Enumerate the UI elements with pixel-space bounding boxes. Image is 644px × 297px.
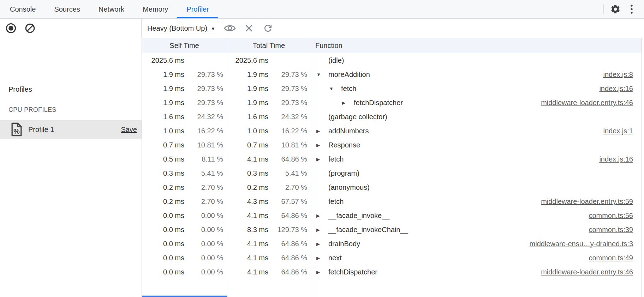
table-row[interactable]: 1.9 ms29.73 %1.9 ms29.73 %▼fetchindex.js… [142,81,642,96]
table-row[interactable]: 0.0 ms0.00 %4.1 ms64.86 %▶drainBodymiddl… [142,237,642,251]
save-profile-link[interactable]: Save [121,126,137,134]
table-row[interactable]: 0.0 ms0.00 %4.1 ms64.86 %▶nextcommon.ts:… [142,251,642,265]
record-icon [5,23,17,34]
source-link[interactable]: index.js:8 [603,71,642,79]
refresh-icon [263,23,273,34]
function-cell: ▶fetchindex.js:16 [311,152,642,166]
total-time-cell: 1.9 ms29.73 % [227,81,311,96]
table-row[interactable]: 0.2 ms2.70 %0.2 ms2.70 %(anonymous) [142,180,642,194]
table-row[interactable]: 0.0 ms0.00 %4.1 ms64.86 %▶fetchDispatche… [142,265,642,279]
function-cell: (anonymous) [311,180,642,194]
table-row[interactable]: 1.9 ms29.73 %1.9 ms29.73 %▼moreAdditioni… [142,67,642,81]
expander-closed-icon[interactable]: ▶ [341,100,354,105]
expander-closed-icon[interactable]: ▶ [315,128,328,134]
total-time-percent: 29.73 % [268,85,311,93]
close-icon [244,24,254,33]
function-name: __facade_invokeChain__ [328,226,408,234]
expander-closed-icon[interactable]: ▶ [315,255,328,261]
tab-profiler[interactable]: Profiler [177,0,218,18]
total-time-percent: 5.41 % [268,169,311,177]
source-link[interactable]: middleware-ensu…y-drained.ts:3 [530,240,642,248]
function-cell: ▼fetchindex.js:16 [311,81,642,96]
focus-function-button[interactable] [222,20,238,36]
chevron-down-icon: ▼ [211,25,215,31]
restore-functions-button[interactable] [260,20,276,36]
exclude-function-button[interactable] [241,20,257,36]
function-name: next [328,254,342,262]
total-time-percent: 29.73 % [268,71,311,79]
table-row[interactable]: 0.0 ms0.00 %8.3 ms129.73 %▶__facade_invo… [142,223,642,237]
expander-open-icon[interactable]: ▼ [328,86,341,91]
source-link[interactable]: index.js:16 [599,85,642,93]
column-header-function[interactable]: Function [311,38,642,53]
table-row[interactable]: 0.5 ms8.11 %4.1 ms64.86 %▶fetchindex.js:… [142,152,642,166]
function-name: (anonymous) [328,183,370,192]
self-time-percent: 16.22 % [184,127,227,135]
expander-closed-icon[interactable]: ▶ [315,269,328,275]
self-time-cell: 0.3 ms5.41 % [142,166,227,180]
table-row[interactable]: 2025.6 ms2025.6 ms(idle) [142,53,642,67]
function-name: (garbage collector) [328,113,387,121]
tab-sources[interactable]: Sources [45,0,89,18]
self-time-cell: 0.2 ms2.70 % [142,194,227,208]
self-time-ms: 0.5 ms [142,155,184,163]
total-time-ms: 0.7 ms [227,141,268,149]
self-time-cell: 0.0 ms0.00 % [142,237,227,251]
record-button[interactable] [3,20,19,36]
self-time-ms: 0.7 ms [142,141,184,149]
horizontal-scrollbar-thumb[interactable] [142,296,227,297]
table-row[interactable]: 1.6 ms24.32 %1.6 ms24.32 %(garbage colle… [142,110,642,124]
table-row[interactable]: 0.3 ms5.41 %0.3 ms5.41 %(program) [142,166,642,180]
self-time-percent: 29.73 % [184,71,227,79]
table-row[interactable]: 0.2 ms2.70 %4.3 ms67.57 %fetchmiddleware… [142,194,642,208]
source-link[interactable]: common.ts:39 [589,226,642,234]
source-link[interactable]: common.ts:49 [589,254,642,262]
expander-closed-icon[interactable]: ▶ [315,227,328,232]
tab-strip: ConsoleSourcesNetworkMemoryProfiler [0,0,218,18]
view-mode-label: Heavy (Bottom Up) [147,24,207,32]
function-cell: ▼moreAdditionindex.js:8 [311,67,642,81]
clear-all-profiles-button[interactable] [22,20,38,36]
self-time-cell: 0.5 ms8.11 % [142,152,227,166]
total-time-cell: 8.3 ms129.73 % [227,223,311,237]
source-link[interactable]: index.js:16 [599,155,642,163]
source-link[interactable]: common.ts:56 [589,212,642,220]
total-time-ms: 4.1 ms [227,268,268,276]
source-link[interactable]: middleware-loader.entry.ts:46 [541,99,642,107]
source-link[interactable]: middleware-loader.entry.ts:46 [541,268,642,276]
table-row[interactable]: 0.0 ms0.00 %4.1 ms64.86 %▶__facade_invok… [142,208,642,223]
more-options-button[interactable] [624,1,640,17]
filler-cell [227,279,311,297]
source-link[interactable]: middleware-loader.entry.ts:59 [541,198,642,206]
self-time-cell: 1.9 ms29.73 % [142,67,227,81]
total-time-cell: 0.2 ms2.70 % [227,180,311,194]
self-time-cell: 0.0 ms0.00 % [142,208,227,223]
self-time-cell: 2025.6 ms [142,53,227,67]
expander-closed-icon[interactable]: ▶ [315,143,328,148]
table-row[interactable]: 0.7 ms10.81 %0.7 ms10.81 %▶Response [142,138,642,152]
expander-closed-icon[interactable]: ▶ [315,213,328,218]
table-row[interactable]: 1.0 ms16.22 %1.0 ms16.22 %▶addNumbersind… [142,124,642,138]
view-mode-dropdown[interactable]: Heavy (Bottom Up) ▼ [147,24,219,32]
tab-console[interactable]: Console [1,0,45,18]
sidebar-item-profile-1[interactable]: % Profile 1 Save [0,120,142,139]
expander-open-icon[interactable]: ▼ [315,72,328,77]
tab-memory[interactable]: Memory [133,0,177,18]
column-header-total-time[interactable]: Total Time [227,38,311,53]
total-time-cell: 0.3 ms5.41 % [227,166,311,180]
tabbar-right-controls [603,0,644,18]
profile-data-grid: Self Time Total Time Function 2025.6 ms2… [142,38,642,297]
settings-button[interactable] [607,1,624,17]
expander-closed-icon[interactable]: ▶ [315,241,328,247]
eye-icon [223,24,236,33]
tab-network[interactable]: Network [89,0,133,18]
self-time-percent: 0.00 % [184,226,227,234]
total-time-cell: 4.3 ms67.57 % [227,194,311,208]
expander-closed-icon[interactable]: ▶ [315,157,328,162]
function-cell: ▶nextcommon.ts:49 [311,251,642,265]
table-row[interactable]: 1.9 ms29.73 %1.9 ms29.73 %▶fetchDispatch… [142,96,642,110]
function-cell: ▶Response [311,138,642,152]
source-link[interactable]: index.js:1 [603,127,642,135]
profiles-sidebar: Profiles CPU PROFILES % Profile 1 Save [0,38,142,297]
column-header-self-time[interactable]: Self Time [142,38,227,53]
